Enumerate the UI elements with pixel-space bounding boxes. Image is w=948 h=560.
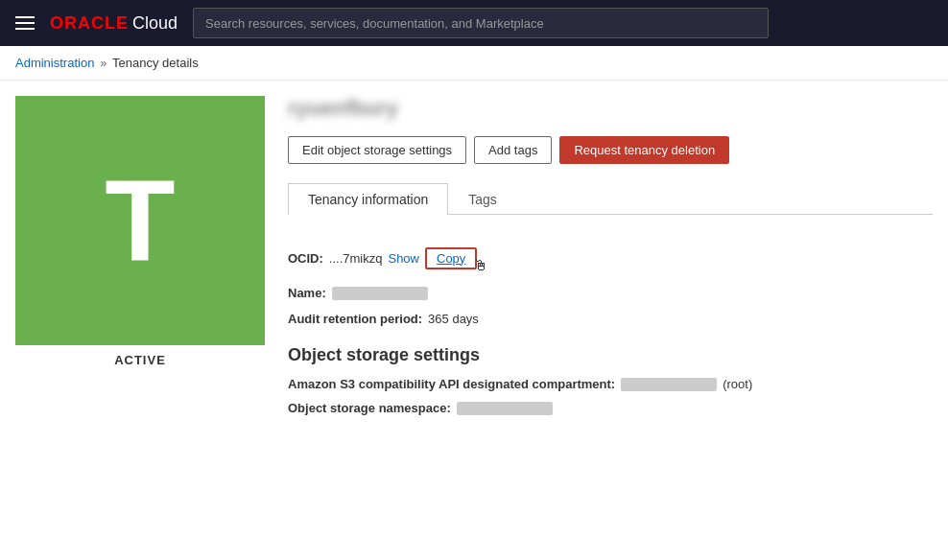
tenant-right-panel: ryuenfbury Edit object storage settings …: [288, 96, 933, 432]
edit-object-storage-button[interactable]: Edit object storage settings: [288, 136, 466, 164]
tenant-initial: T: [105, 163, 175, 278]
tenancy-information-tab-content: OCID: ....7mikzq Show Copy 🖱 Name: Audit…: [288, 234, 933, 432]
audit-label: Audit retention period:: [288, 312, 422, 326]
namespace-row: Object storage namespace:: [288, 401, 933, 415]
hamburger-menu[interactable]: [15, 16, 35, 30]
oracle-wordmark: ORACLE: [50, 13, 129, 34]
request-tenancy-deletion-button[interactable]: Request tenancy deletion: [559, 136, 729, 164]
ocid-label: OCID:: [288, 251, 323, 266]
oracle-logo: ORACLE Cloud: [50, 13, 178, 34]
tabs-container: Tenancy information Tags: [288, 183, 933, 215]
cursor-icon: 🖱: [473, 257, 488, 274]
s3-compatibility-row: Amazon S3 compatibility API designated c…: [288, 377, 933, 391]
s3-root-label: (root): [723, 377, 752, 391]
breadcrumb: Administration » Tenancy details: [0, 46, 948, 81]
object-storage-section-title: Object storage settings: [288, 345, 933, 365]
cloud-wordmark: Cloud: [132, 13, 178, 34]
tenant-status-badge: ACTIVE: [114, 353, 166, 367]
audit-retention-row: Audit retention period: 365 days: [288, 312, 933, 326]
namespace-label: Object storage namespace:: [288, 401, 451, 415]
name-row: Name:: [288, 286, 933, 300]
breadcrumb-current-page: Tenancy details: [112, 56, 199, 70]
ocid-row: OCID: ....7mikzq Show Copy 🖱: [288, 242, 933, 274]
ocid-value: ....7mikzq: [329, 251, 383, 266]
tenant-left-panel: T ACTIVE: [15, 96, 265, 432]
copy-ocid-button[interactable]: Copy: [425, 247, 477, 269]
s3-value-blurred: [621, 378, 717, 391]
namespace-value-blurred: [457, 402, 553, 415]
name-value-blurred: [332, 287, 428, 300]
breadcrumb-admin-link[interactable]: Administration: [15, 56, 94, 70]
tab-tags[interactable]: Tags: [448, 183, 517, 215]
tab-tenancy-information[interactable]: Tenancy information: [288, 183, 448, 215]
breadcrumb-separator: »: [100, 57, 107, 70]
audit-value: 365 days: [428, 312, 479, 326]
show-ocid-button[interactable]: Show: [388, 251, 419, 266]
action-buttons-row: Edit object storage settings Add tags Re…: [288, 136, 933, 164]
add-tags-button[interactable]: Add tags: [474, 136, 552, 164]
name-label: Name:: [288, 286, 326, 300]
search-input[interactable]: [193, 8, 769, 38]
s3-label: Amazon S3 compatibility API designated c…: [288, 377, 615, 391]
tenant-avatar: T: [15, 96, 265, 345]
top-navigation: ORACLE Cloud: [0, 0, 948, 46]
main-content: T ACTIVE ryuenfbury Edit object storage …: [0, 81, 948, 448]
tenant-name: ryuenfbury: [288, 96, 933, 121]
